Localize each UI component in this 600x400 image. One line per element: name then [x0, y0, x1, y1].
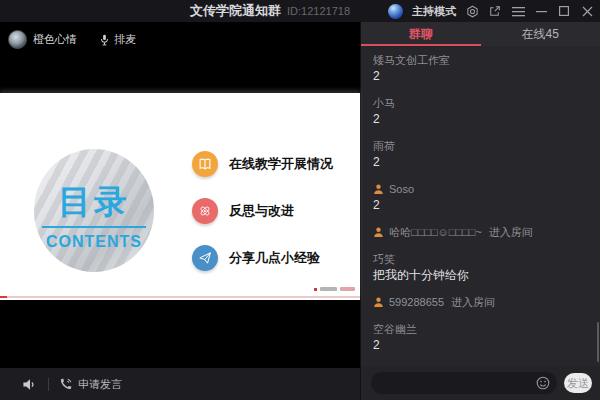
chat-sender-name: 599288655	[389, 294, 444, 310]
chat-message-list: 矮马文创工作室2小马2雨荷2Soso2哈哈□□□□☺□□□□~ 进入房间巧笑把我…	[361, 46, 600, 366]
chat-message: Soso2	[373, 181, 590, 213]
slide-agenda-item: 在线教学开展情况	[192, 150, 333, 177]
chat-scrollbar[interactable]	[597, 322, 599, 362]
chat-message-text: 2	[373, 111, 590, 127]
slide-watermark	[314, 287, 355, 291]
chat-message: 小马2	[373, 95, 590, 127]
slide-agenda-item: 分享几点小经验	[192, 244, 333, 271]
presenter-overlay: 橙色心情 排麦	[8, 30, 136, 49]
presenter-avatar	[8, 30, 27, 49]
share-icon[interactable]	[488, 4, 502, 18]
room-id: ID:12121718	[287, 5, 350, 17]
chat-message-text: 2	[373, 197, 590, 213]
chat-sender-name: 巧笑	[373, 251, 395, 267]
send-button[interactable]: 发送	[564, 373, 592, 393]
slide-progress-bar	[0, 296, 360, 298]
chat-message: 矮马文创工作室2	[373, 52, 590, 84]
request-speak-label: 申请发言	[78, 377, 122, 392]
chat-sender-name: 空谷幽兰	[373, 321, 417, 337]
host-mode-label[interactable]: 主持模式	[412, 4, 456, 19]
slide-agenda-label: 分享几点小经验	[229, 249, 320, 267]
system-message-text: 进入房间	[448, 294, 495, 310]
book-icon	[192, 151, 218, 177]
chat-sender-name: 矮马文创工作室	[373, 52, 450, 68]
toc-title: 目录	[58, 185, 130, 219]
member-badge-icon	[373, 296, 385, 308]
system-message-text: 进入房间	[486, 224, 533, 240]
toc-divider	[42, 226, 146, 228]
chat-tabs: 群聊 在线45	[361, 22, 600, 46]
group-title: 文传学院通知群	[190, 2, 281, 20]
divider	[48, 378, 49, 391]
app-window: 文传学院通知群 ID:12121718 主持模式	[0, 0, 600, 400]
host-avatar	[388, 4, 403, 19]
member-badge-icon	[373, 183, 385, 195]
chat-field[interactable]	[371, 372, 557, 394]
system-message: 哈哈□□□□☺□□□□~ 进入房间	[373, 224, 590, 240]
slide-agenda-label: 反思与改进	[229, 202, 294, 220]
atom-icon	[192, 198, 218, 224]
minimize-button[interactable]	[534, 4, 548, 18]
toc-photo-circle: 目录 CONTENTS	[34, 149, 154, 272]
settings-icon[interactable]	[465, 4, 479, 18]
presenter-name: 橙色心情	[33, 32, 77, 47]
slide-agenda-list: 在线教学开展情况反思与改进分享几点小经验	[192, 150, 333, 291]
toc-subtitle: CONTENTS	[46, 233, 142, 251]
chat-message-text: 2	[373, 337, 590, 353]
paper-plane-icon	[192, 245, 218, 271]
chat-panel: 群聊 在线45 矮马文创工作室2小马2雨荷2Soso2哈哈□□□□☺□□□□~ …	[360, 22, 600, 400]
video-area: 橙色心情 排麦 目录 CONTENTS 在线教学开展情况反思与改进分享几点小经验	[0, 22, 360, 368]
queue-mic-label: 排麦	[114, 32, 136, 47]
chat-message-text: 2	[373, 68, 590, 84]
chat-message-text: 把我的十分钟给你	[373, 267, 590, 283]
menu-icon[interactable]	[511, 4, 525, 18]
raise-hand-phone-icon	[59, 377, 73, 391]
speaker-button[interactable]	[18, 373, 40, 395]
close-button[interactable]	[580, 4, 594, 18]
tab-group-chat[interactable]: 群聊	[361, 22, 481, 46]
speaker-icon	[22, 378, 36, 391]
chat-sender-name: Soso	[389, 181, 414, 197]
chat-sender-name: 小马	[373, 95, 395, 111]
emoji-icon[interactable]	[536, 376, 550, 390]
chat-message: 巧笑把我的十分钟给你	[373, 251, 590, 283]
member-badge-icon	[373, 226, 385, 238]
microphone-icon	[99, 34, 110, 46]
maximize-button[interactable]	[557, 4, 571, 18]
request-speak-button[interactable]: 申请发言	[59, 377, 122, 392]
chat-message-text: 2	[373, 154, 590, 170]
chat-input-row: 发送	[361, 366, 600, 400]
chat-input[interactable]	[381, 376, 536, 390]
queue-mic-button[interactable]: 排麦	[99, 32, 136, 47]
tab-online-members[interactable]: 在线45	[481, 22, 600, 46]
video-stage: 橙色心情 排麦 目录 CONTENTS 在线教学开展情况反思与改进分享几点小经验	[0, 22, 360, 400]
chat-message: 雨荷2	[373, 138, 590, 170]
titlebar: 文传学院通知群 ID:12121718 主持模式	[0, 0, 600, 22]
system-message: 599288655 进入房间	[373, 294, 590, 310]
stage-bottom-bar: 申请发言	[0, 368, 360, 400]
chat-message: 空谷幽兰2	[373, 321, 590, 353]
slide-agenda-label: 在线教学开展情况	[229, 155, 333, 173]
presentation-slide: 目录 CONTENTS 在线教学开展情况反思与改进分享几点小经验	[0, 93, 360, 300]
chat-sender-name: 哈哈□□□□☺□□□□~	[389, 224, 482, 240]
slide-agenda-item: 反思与改进	[192, 197, 333, 224]
chat-sender-name: 雨荷	[373, 138, 395, 154]
